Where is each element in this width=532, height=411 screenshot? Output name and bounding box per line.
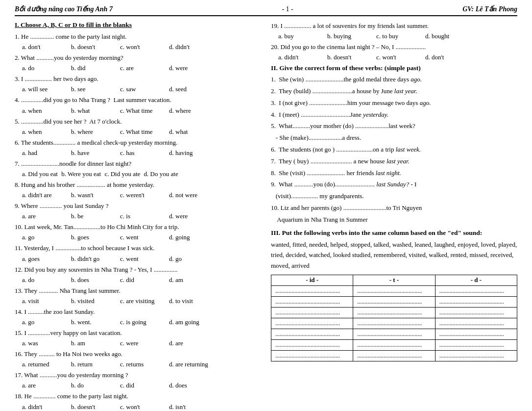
header: Bồi dưỡng nâng cao Tiếng Anh 7 - 1 - GV:… (15, 5, 517, 16)
options-18: a. didn't b. doesn't c. won't d. isn't (22, 403, 261, 411)
options-14: a. go b. went. c. is going d. am going (22, 318, 261, 326)
ii-q9: 9. What ............you (do)............… (271, 180, 517, 190)
ii-q3: 3. I (not give) ........................… (271, 98, 517, 108)
question-10: 10. Last week, Mr. Tan.................t… (15, 222, 261, 232)
t-cell-5: ........................................… (353, 329, 435, 339)
ii-q9b: (visit)................. my grandparents… (271, 191, 517, 202)
t-cell-7: ........................................… (353, 350, 435, 361)
ii-q10b: Aquarium in Nha Trang in Summer (271, 215, 517, 225)
ii-q7: 7. They ( buy) .........................… (271, 156, 517, 167)
table-row: ........................................… (271, 285, 517, 296)
question-15: 15. I ..............very happy on last v… (15, 328, 261, 338)
ii-q1: 1. She (win) ........................the… (271, 75, 517, 85)
id-cell-2: ........................................… (271, 296, 353, 307)
options-19: a. buy b. buying c. to buy d. bought (278, 32, 517, 40)
table-row: ........................................… (271, 329, 517, 339)
d-cell-6: ........................................… (435, 339, 517, 350)
options-11: a. goes b. didn't go c. went d. go (22, 255, 261, 263)
section-i-questions: 1. He ............... come to the party … (15, 32, 261, 411)
question-4: 4. ..............did you go to Nha Trang… (15, 95, 261, 105)
table-row: ........................................… (271, 339, 517, 350)
header-center: - 1 - (282, 5, 293, 13)
question-6: 6. The students.............. a medical … (15, 138, 261, 148)
options-5: a. when b. where c. What time d. what (22, 128, 261, 136)
table-row: ........................................… (271, 307, 517, 318)
options-7: a. Did you eat b. Were you eat c. Did yo… (22, 170, 261, 178)
question-5: 5. ..............did you see her ? At 7 … (15, 117, 261, 127)
question-3: 3. I ................. her two days ago. (15, 74, 261, 84)
ii-q4: 4. I (meet) ............................… (271, 110, 517, 120)
section-ii-questions: 1. She (win) ........................the… (271, 75, 517, 225)
question-14: 14. I ..........the zoo last Sunday. (15, 307, 261, 317)
sound-table: - id - - t - - d - .....................… (271, 275, 517, 361)
question-1: 1. He ............... come to the party … (15, 32, 261, 42)
ii-q10: 10. Liz and her parents (go) ...........… (271, 203, 517, 213)
id-cell-3: ........................................… (271, 307, 353, 318)
t-cell-2: ........................................… (353, 296, 435, 307)
d-cell-4: ........................................… (435, 318, 517, 329)
id-cell-7: ........................................… (271, 350, 353, 361)
options-17: a. are b. do c. did d. does (22, 382, 261, 389)
table-row: ........................................… (271, 296, 517, 307)
ii-q5b: - She (make).....................a dress… (271, 133, 517, 143)
question-13: 13. They ............ Nha Trang last sum… (15, 286, 261, 296)
section-i-right-questions: 19. I ................. a lot of souveni… (271, 21, 517, 61)
d-cell-3: ........................................… (435, 307, 517, 318)
id-cell-4: ........................................… (271, 318, 353, 329)
options-13: a. visit b. visited c. are visiting d. t… (22, 297, 261, 305)
question-7: 7. ........................noodle for di… (15, 159, 261, 169)
word-list: wanted, fitted, needed, helped, stopped,… (271, 239, 517, 271)
question-9: 9. Where .............. you last Sunday … (15, 201, 261, 211)
col-t-header: - t - (353, 275, 435, 285)
d-cell-1: ........................................… (435, 285, 517, 296)
section-i-title: I. Choose A, B, C or D to fill in the bl… (15, 21, 261, 29)
d-cell-7: ........................................… (435, 350, 517, 361)
question-20: 20. Did you go to the cinema last night … (271, 42, 517, 52)
ii-q5: 5. What...........your mother (do) .....… (271, 121, 517, 131)
options-15: a. was b. am c. were d. are (22, 339, 261, 347)
options-10: a. go b. goes c. went d. going (22, 233, 261, 241)
d-cell-5: ........................................… (435, 329, 517, 339)
section-iii-title: III. Put the following verbs into the sa… (271, 229, 517, 237)
options-1: a. don't b. doesn't c. won't d. didn't (22, 43, 261, 51)
question-8: 8. Hung and his brother ................… (15, 180, 261, 190)
t-cell-4: ........................................… (353, 318, 435, 329)
col-left: I. Choose A, B, C or D to fill in the bl… (15, 21, 261, 411)
main-content: I. Choose A, B, C or D to fill in the bl… (15, 21, 517, 411)
id-cell-6: ........................................… (271, 339, 353, 350)
question-18: 18. He .............. come to the party … (15, 391, 261, 401)
options-8: a. didn't are b. wasn't c. weren't d. no… (22, 191, 261, 199)
ii-q2: 2. They (build) ........................… (271, 86, 517, 97)
ii-q8: 8. She (visit) ........................ … (271, 168, 517, 179)
col-id-header: - id - (271, 275, 353, 285)
options-6: a. had b. have c. has d. having (22, 149, 261, 157)
col-right: 19. I ................. a lot of souveni… (271, 21, 517, 411)
t-cell-6: ........................................… (353, 339, 435, 350)
header-right: GV: Lê Tấn Phong (462, 5, 517, 13)
question-11: 11. Yesterday, I ................to scho… (15, 243, 261, 253)
question-2: 2. What ...........you do yesterday morn… (15, 53, 261, 63)
options-9: a. are b. be c. is d. were (22, 212, 261, 220)
ii-q6: 6. The students (not go ) ..............… (271, 145, 517, 155)
options-4: a. when b. what c. What time d. where (22, 107, 261, 115)
options-3: a. will see b. see c. saw d. seed (22, 85, 261, 93)
section-ii-title: II. Give the correct form of these verbs… (271, 64, 517, 72)
question-16: 16. They .......... to Ha Noi two weeks … (15, 349, 261, 359)
options-12: a. do b. does c. did d. am (22, 276, 261, 284)
options-16: a. returned b. return c. returns d. are … (22, 360, 261, 368)
id-cell-1: ........................................… (271, 285, 353, 296)
table-row: ........................................… (271, 318, 517, 329)
options-20: a. didn't b. doesn't c. won't d. don't (278, 53, 517, 61)
question-19: 19. I ................. a lot of souveni… (271, 21, 517, 31)
question-17: 17. What ...........you do yesterday mor… (15, 370, 261, 380)
table-row: ........................................… (271, 350, 517, 361)
page: Bồi dưỡng nâng cao Tiếng Anh 7 - 1 - GV:… (0, 0, 532, 411)
t-cell-1: ........................................… (353, 285, 435, 296)
id-cell-5: ........................................… (271, 329, 353, 339)
t-cell-3: ........................................… (353, 307, 435, 318)
header-left: Bồi dưỡng nâng cao Tiếng Anh 7 (15, 5, 113, 13)
options-2: a. do b. did c. are d. were (22, 64, 261, 72)
d-cell-2: ........................................… (435, 296, 517, 307)
col-d-header: - d - (435, 275, 517, 285)
question-12: 12. Did you buy any souvenirs in Nha Tra… (15, 265, 261, 275)
